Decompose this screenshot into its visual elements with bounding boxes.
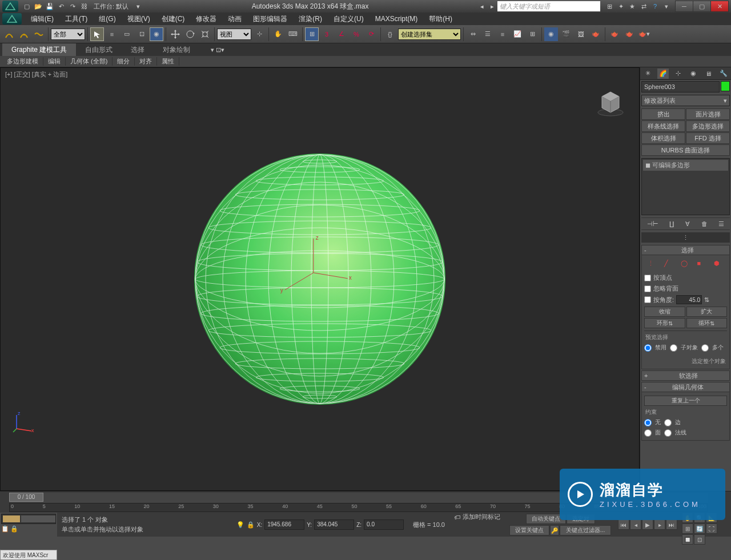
ribbon-sub-props[interactable]: 属性 [157,57,179,66]
object-color-swatch[interactable] [721,81,730,91]
undo-icon[interactable]: ↶ [56,1,66,11]
keyboard-shortcut-icon[interactable]: ⌨ [286,27,300,41]
snap-2d-icon[interactable]: ⊞ [305,27,319,41]
menu-graph[interactable]: 图形编辑器 [247,13,293,25]
modifier-list-dropdown[interactable]: 修改器列表▾ [641,95,730,106]
mod-ffdsel-button[interactable]: FFD 选择 [686,132,730,144]
viewcube[interactable] [593,85,628,119]
close-button[interactable]: ✕ [710,1,729,12]
preview-disable-radio[interactable] [644,344,652,352]
mod-polysel-button[interactable]: 多边形选择 [686,120,730,132]
move-icon[interactable] [168,27,182,41]
menu-animation[interactable]: 动画 [222,13,247,25]
select-link-icon[interactable] [2,27,16,41]
constraint-face-radio[interactable] [644,429,652,437]
time-slider-handle[interactable]: 0 / 100 [9,493,43,502]
loop-button[interactable]: 循环 ⇅ [686,318,728,328]
ring-button[interactable]: 环形 ⇅ [644,318,685,328]
mini-curve-editor[interactable] [1,514,56,524]
mod-nurbs-button[interactable]: NURBS 曲面选择 [641,144,730,156]
make-unique-icon[interactable]: ∀ [685,220,690,228]
ribbon-sub-subdiv[interactable]: 细分 [113,57,135,66]
align-icon[interactable]: ☰ [481,27,495,41]
new-icon[interactable]: ▢ [22,1,32,11]
spinner-snap-icon[interactable]: ⟳ [364,27,378,41]
exchange-icon[interactable]: ⇄ [639,2,648,11]
zoom-extents-icon[interactable]: ⊞ [682,523,693,534]
maximize-button[interactable]: ▢ [693,1,711,12]
vertex-subobj-icon[interactable]: ⋮ [648,260,658,270]
maximize-viewport-icon[interactable]: ⛶ [706,523,717,534]
menu-help[interactable]: 帮助(H) [423,13,458,25]
ribbon-sub-edit[interactable]: 编辑 [43,57,66,66]
zoom-region-icon[interactable]: 🔲 [682,534,693,545]
constraint-none-radio[interactable] [644,419,652,426]
mod-splinesel-button[interactable]: 样条线选择 [641,120,685,132]
add-time-tag-label[interactable]: 添加时间标记 [463,513,500,521]
stack-item-editpoly[interactable]: ◼ 可编辑多边形 [643,160,728,171]
pivot-center-icon[interactable]: ⊹ [252,27,266,41]
script-listener-icon[interactable]: 📋 [1,525,9,533]
repeat-last-button[interactable]: 重复上一个 [644,396,727,406]
link-icon[interactable]: ⛓ [79,1,89,11]
rollout-soft-header[interactable]: +软选择 [641,370,730,381]
modifier-stack[interactable]: ◼ 可编辑多边形 [641,158,730,215]
search-input[interactable]: 键入关键字或短语 [497,1,600,11]
mod-volsel-button[interactable]: 体积选择 [641,132,685,144]
minimize-button[interactable]: ─ [675,1,693,12]
object-name-field[interactable]: Sphere003 [641,81,720,92]
help-dropdown-icon[interactable]: ▾ [662,2,671,11]
curve-editor-icon[interactable]: 📈 [511,27,524,41]
hierarchy-tab-icon[interactable]: ⊹ [672,69,684,79]
rotate-icon[interactable] [183,27,197,41]
ribbon-tab-freeform[interactable]: 自由形式 [76,43,122,56]
preview-multi-radio[interactable] [701,344,709,352]
scale-icon[interactable] [198,27,212,41]
menu-views[interactable]: 视图(V) [122,13,156,25]
border-subobj-icon[interactable]: ◯ [681,260,691,270]
mod-extrude-button[interactable]: 挤出 [641,108,685,120]
app-menu-button[interactable] [2,13,22,25]
select-manipulate-icon[interactable]: ✋ [271,27,285,41]
grow-button[interactable]: 扩大 [686,307,728,317]
set-key-button[interactable]: 设置关键点 [509,525,549,535]
angle-snap-icon[interactable]: ∠ [335,27,348,41]
select-object-icon[interactable] [90,27,104,41]
next-frame-icon[interactable]: ▸ [654,519,665,530]
layers-icon[interactable]: ≡ [496,27,509,41]
transform-gizmo[interactable]: z x y [274,233,354,313]
lock-selection-icon[interactable]: 💡 [236,521,244,529]
select-paint-icon[interactable]: ◉ [150,27,163,41]
percent-snap-icon[interactable]: % [350,27,363,41]
render-production-icon[interactable]: 🫖 [622,27,636,41]
configure-icon[interactable]: ☰ [718,220,724,228]
ribbon-sub-geom[interactable]: 几何体 (全部) [66,57,113,66]
key-icon[interactable]: 🔑 [550,525,559,535]
goto-start-icon[interactable]: ⏮ [618,519,629,530]
viewport-label[interactable]: [+] [正交] [真实 + 边面] [5,70,67,79]
preview-subobj-radio[interactable] [670,344,677,352]
modify-tab-icon[interactable]: 🌈 [657,69,669,79]
bind-spacewarp-icon[interactable] [32,27,46,41]
menu-customize[interactable]: 自定义(U) [328,13,369,25]
min-max-icon[interactable]: ⊡ [694,534,705,545]
render-iterative-icon[interactable]: 🫖▾ [637,27,651,41]
steering-icon[interactable]: ✦ [616,2,625,11]
script-lock-icon[interactable]: 🔒 [10,525,18,533]
snap-3d-icon[interactable]: 3 [320,27,334,41]
ribbon-sub-polymodel[interactable]: 多边形建模 [2,57,43,66]
render-frame-icon[interactable]: 🖼 [574,27,588,41]
unlink-icon[interactable] [17,27,31,41]
dropdown-icon[interactable]: ▾ [133,1,143,11]
chevron-left-icon[interactable]: ◂ [477,1,487,11]
ribbon-sub-align[interactable]: 对齐 [135,57,157,66]
ribbon-expand-icon[interactable]: ▾ ⊡▾ [211,46,224,54]
x-coord-field[interactable]: 1945.686 [264,519,304,530]
angle-spinner[interactable] [676,295,702,304]
redo-icon[interactable]: ↷ [67,1,78,11]
show-end-icon[interactable]: ∐ [669,220,674,228]
shrink-button[interactable]: 收缩 [644,307,685,317]
key-filter-button[interactable]: 关键点过滤器... [560,525,611,535]
toggle-ui-icon[interactable]: ⊞ [605,2,614,11]
help-icon[interactable]: ? [650,2,660,11]
